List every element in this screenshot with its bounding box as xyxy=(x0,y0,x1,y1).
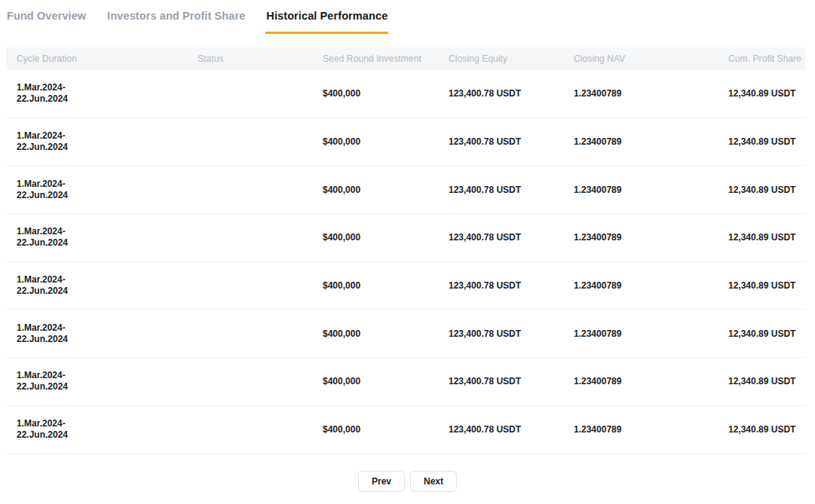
cell-closing-equity: 123,400.78 USDT xyxy=(449,328,574,339)
cycle-duration-line1: 1.Mar.2024- xyxy=(17,418,198,429)
prev-button[interactable]: Prev xyxy=(358,471,405,492)
table-row: 1.Mar.2024- 22.Jun.2024 $400,000 123,400… xyxy=(6,262,805,310)
cell-cum-profit-share: 12,340.89 USDT xyxy=(728,376,805,386)
table-row: 1.Mar.2024- 22.Jun.2024 $400,000 123,400… xyxy=(6,310,805,358)
cell-cum-profit-share: 12,340.89 USDT xyxy=(728,424,805,435)
cell-cum-profit-share: 12,340.89 USDT xyxy=(728,185,805,195)
cell-cum-profit-share: 12,340.89 USDT xyxy=(728,328,805,339)
cell-seed-round-investment: $400,000 xyxy=(323,88,449,99)
column-header-seed-round-investment: Seed Round Investment xyxy=(323,53,449,64)
cell-cum-profit-share: 12,340.89 USDT xyxy=(728,88,805,99)
cell-cycle-duration: 1.Mar.2024- 22.Jun.2024 xyxy=(17,370,198,393)
cell-seed-round-investment: $400,000 xyxy=(323,376,449,386)
cell-cycle-duration: 1.Mar.2024- 22.Jun.2024 xyxy=(17,226,198,249)
cell-closing-equity: 123,400.78 USDT xyxy=(449,185,574,195)
cycle-duration-line1: 1.Mar.2024- xyxy=(17,370,198,381)
cycle-duration-line1: 1.Mar.2024- xyxy=(17,322,198,334)
cycle-duration-line2: 22.Jun.2024 xyxy=(17,237,198,249)
table-header-row: Cycle Duration Status Seed Round Investm… xyxy=(6,47,805,70)
cell-closing-nav: 1.23400789 xyxy=(574,88,728,99)
tab-fund-overview[interactable]: Fund Overview xyxy=(6,0,87,34)
cell-seed-round-investment: $400,000 xyxy=(323,328,449,339)
next-button[interactable]: Next xyxy=(410,471,457,492)
table-row: 1.Mar.2024- 22.Jun.2024 $400,000 123,400… xyxy=(6,118,805,166)
cell-closing-equity: 123,400.78 USDT xyxy=(449,376,574,386)
pagination: Prev Next xyxy=(0,471,815,492)
cell-cycle-duration: 1.Mar.2024- 22.Jun.2024 xyxy=(17,82,198,105)
table-row: 1.Mar.2024- 22.Jun.2024 $400,000 123,400… xyxy=(6,358,805,406)
cycle-duration-line2: 22.Jun.2024 xyxy=(17,381,198,393)
cell-cum-profit-share: 12,340.89 USDT xyxy=(728,280,805,291)
table-row: 1.Mar.2024- 22.Jun.2024 $400,000 123,400… xyxy=(6,214,805,262)
cell-closing-nav: 1.23400789 xyxy=(574,232,728,243)
cycle-duration-line2: 22.Jun.2024 xyxy=(17,142,198,153)
cell-closing-nav: 1.23400789 xyxy=(574,424,728,435)
cell-seed-round-investment: $400,000 xyxy=(323,136,449,147)
cell-cycle-duration: 1.Mar.2024- 22.Jun.2024 xyxy=(17,418,198,441)
table-row: 1.Mar.2024- 22.Jun.2024 $400,000 123,400… xyxy=(6,406,805,454)
cell-closing-nav: 1.23400789 xyxy=(574,376,728,386)
cell-closing-equity: 123,400.78 USDT xyxy=(449,280,574,291)
column-header-cycle-duration: Cycle Duration xyxy=(17,53,198,64)
cell-cycle-duration: 1.Mar.2024- 22.Jun.2024 xyxy=(17,179,198,201)
cell-cum-profit-share: 12,340.89 USDT xyxy=(728,136,805,147)
cell-closing-equity: 123,400.78 USDT xyxy=(449,88,574,99)
cell-seed-round-investment: $400,000 xyxy=(323,424,449,435)
table-body: 1.Mar.2024- 22.Jun.2024 $400,000 123,400… xyxy=(6,70,805,454)
cell-cycle-duration: 1.Mar.2024- 22.Jun.2024 xyxy=(17,274,198,297)
cycle-duration-line1: 1.Mar.2024- xyxy=(17,274,198,286)
cell-seed-round-investment: $400,000 xyxy=(323,232,449,243)
cycle-duration-line1: 1.Mar.2024- xyxy=(17,130,198,142)
column-header-closing-equity: Closing Equity xyxy=(449,53,574,64)
cycle-duration-line1: 1.Mar.2024- xyxy=(17,179,198,190)
cycle-duration-line2: 22.Jun.2024 xyxy=(17,190,198,201)
cycle-duration-line1: 1.Mar.2024- xyxy=(17,82,198,93)
cell-closing-equity: 123,400.78 USDT xyxy=(449,424,574,435)
cell-seed-round-investment: $400,000 xyxy=(323,280,449,291)
column-header-status: Status xyxy=(198,53,323,64)
cell-seed-round-investment: $400,000 xyxy=(323,185,449,195)
cell-closing-nav: 1.23400789 xyxy=(574,185,728,195)
tab-bar: Fund Overview Investors and Profit Share… xyxy=(0,0,815,34)
tab-investors-and-profit-share[interactable]: Investors and Profit Share xyxy=(106,0,246,34)
cell-cum-profit-share: 12,340.89 USDT xyxy=(728,232,805,243)
historical-performance-table: Cycle Duration Status Seed Round Investm… xyxy=(6,47,805,454)
table-row: 1.Mar.2024- 22.Jun.2024 $400,000 123,400… xyxy=(6,166,805,214)
cell-closing-equity: 123,400.78 USDT xyxy=(449,232,574,243)
cycle-duration-line1: 1.Mar.2024- xyxy=(17,226,198,237)
cell-closing-nav: 1.23400789 xyxy=(574,280,728,291)
cell-cycle-duration: 1.Mar.2024- 22.Jun.2024 xyxy=(17,322,198,345)
cell-closing-equity: 123,400.78 USDT xyxy=(449,136,574,147)
tab-historical-performance[interactable]: Historical Performance xyxy=(265,0,388,34)
column-header-cum-profit-share: Cum. Profit Share xyxy=(728,53,805,64)
cycle-duration-line2: 22.Jun.2024 xyxy=(17,334,198,345)
cell-cycle-duration: 1.Mar.2024- 22.Jun.2024 xyxy=(17,130,198,153)
cell-closing-nav: 1.23400789 xyxy=(574,328,728,339)
table-row: 1.Mar.2024- 22.Jun.2024 $400,000 123,400… xyxy=(6,70,805,118)
cell-closing-nav: 1.23400789 xyxy=(574,136,728,147)
cycle-duration-line2: 22.Jun.2024 xyxy=(17,429,198,441)
column-header-closing-nav: Closing NAV xyxy=(574,53,728,64)
cycle-duration-line2: 22.Jun.2024 xyxy=(17,286,198,297)
cycle-duration-line2: 22.Jun.2024 xyxy=(17,93,198,105)
